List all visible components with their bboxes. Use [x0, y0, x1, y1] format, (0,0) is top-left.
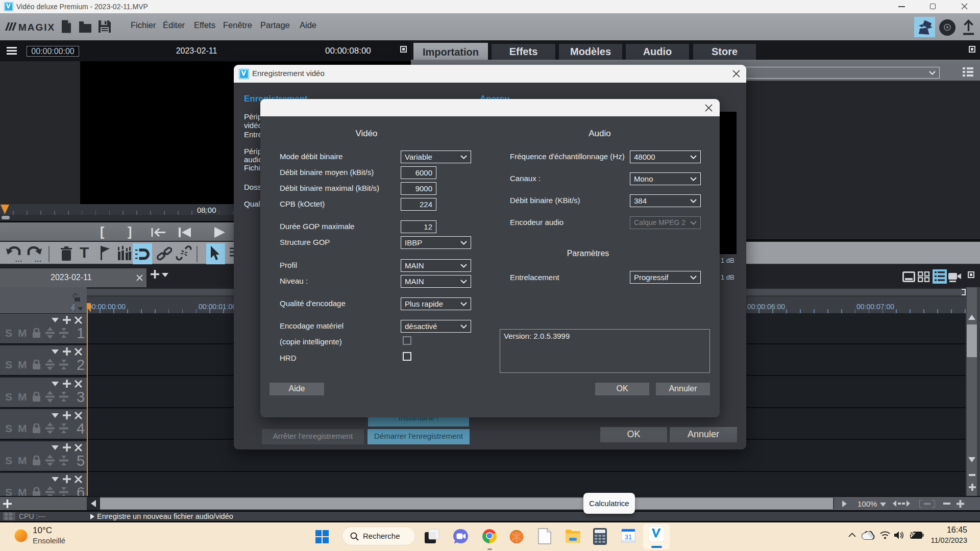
svg-text:31: 31	[625, 533, 632, 541]
